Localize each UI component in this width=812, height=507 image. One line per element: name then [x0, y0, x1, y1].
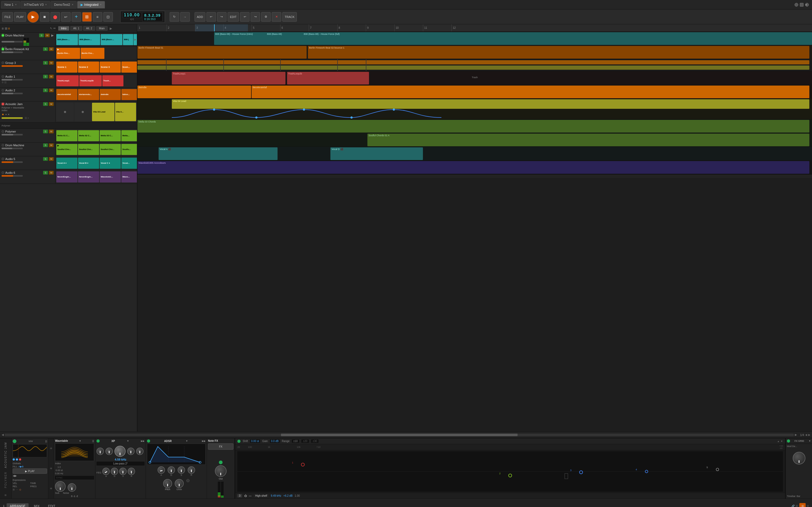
clip-2-0[interactable]: Scene 1: [56, 61, 78, 73]
loop-button[interactable]: ↩: [61, 12, 70, 22]
link-icon[interactable]: 🔗: [792, 505, 795, 507]
scene-tab-main[interactable]: Main: [96, 26, 108, 31]
adsr-r-knob[interactable]: [188, 466, 195, 474]
play-arrow[interactable]: ◀▶: [13, 474, 47, 477]
eq-band-power[interactable]: ⏻: [244, 494, 247, 497]
gain-knob[interactable]: [136, 448, 144, 455]
scrollbar-thumb[interactable]: [281, 434, 517, 436]
clip-1-1[interactable]: Berlin Fire...: [81, 48, 104, 59]
track-led-5[interactable]: [2, 103, 4, 105]
zoom-in[interactable]: ◀: [805, 433, 807, 436]
fx-button[interactable]: FX: [208, 443, 234, 450]
info-icon[interactable]: ℹ: [3, 504, 4, 507]
track-solo-7[interactable]: S: [43, 144, 48, 147]
arr-clip-1-0[interactable]: Berlin Firework Beat 01: [138, 46, 307, 59]
track-fader-4[interactable]: [2, 93, 23, 94]
arr-clip-9-0[interactable]: Wavoloid1955 Acccolours: [138, 161, 809, 174]
band-num[interactable]: 3: [237, 494, 242, 498]
track-led-1[interactable]: [2, 48, 4, 50]
fxgrid-menu[interactable]: ▼: [809, 440, 811, 442]
close-button[interactable]: ✕: [272, 12, 281, 22]
scene-tab-alt1[interactable]: Alt. 1: [70, 26, 82, 31]
scroll-left[interactable]: ◀: [2, 433, 4, 437]
eq-power[interactable]: [237, 440, 241, 443]
track-solo-3[interactable]: S: [43, 75, 48, 78]
clip-3-0[interactable]: TrashLoop1: [56, 75, 79, 87]
out-knob[interactable]: [215, 465, 226, 477]
view-toggle[interactable]: ≡: [2, 26, 4, 31]
arr-clip-7-0[interactable]: Soulful Chords 01 A: [367, 133, 809, 146]
track-button[interactable]: TRACK: [282, 12, 297, 22]
fxgrid-power[interactable]: [787, 439, 790, 443]
track-solo-6[interactable]: S: [43, 130, 48, 133]
track-led-2[interactable]: [2, 61, 4, 64]
shelf-type[interactable]: High-shelf: [254, 494, 269, 498]
adsr-a-knob[interactable]: [158, 466, 165, 474]
eq-graph[interactable]: 1 2 3 4 5: [237, 451, 783, 492]
add-device-button[interactable]: ADD: [195, 12, 205, 22]
eq-range-10[interactable]: ±10: [292, 439, 300, 443]
track-eq-icon-5[interactable]: ≡: [28, 117, 29, 119]
mod-node-1[interactable]: [16, 458, 18, 460]
clip-2-2[interactable]: Scene 3: [100, 61, 121, 73]
track-mute-5[interactable]: M: [49, 102, 54, 106]
chain-icon[interactable]: ⛓: [796, 505, 798, 507]
clip-empty-5-0[interactable]: [56, 103, 74, 121]
track-mute-0[interactable]: M: [45, 34, 50, 37]
pitch-knob[interactable]: [163, 479, 172, 488]
arr-clip-3-1[interactable]: TrashLoop2b: [287, 72, 369, 84]
track-remove-5[interactable]: ×: [8, 113, 9, 116]
feg-r-knob[interactable]: [128, 468, 135, 475]
track-solo-0[interactable]: S: [39, 34, 44, 37]
zoom-out[interactable]: ▶: [808, 433, 810, 436]
out-led[interactable]: [219, 460, 222, 464]
eq-range-30[interactable]: ±30: [311, 439, 319, 443]
arr-clip-0-1[interactable]: 808 (Bass-08): [266, 32, 300, 45]
eq-range-20[interactable]: ±20: [301, 439, 309, 443]
clip-7-3[interactable]: Soulfu...: [121, 144, 137, 155]
cursor-tool[interactable]: ↖: [50, 27, 52, 30]
track-star-5[interactable]: ★: [2, 113, 4, 116]
track-mute-3[interactable]: M: [49, 75, 54, 78]
clip-3-1[interactable]: TrashLoop2b: [79, 75, 102, 87]
arr-clip-4-0[interactable]: dwindle: [138, 86, 251, 98]
mod-node-0[interactable]: [13, 458, 15, 460]
wavetable-bars[interactable]: |||: [92, 440, 94, 442]
track-mute-4[interactable]: M: [49, 89, 54, 92]
session-view-button[interactable]: ⊞: [82, 12, 92, 22]
track-chain-3[interactable]: ⛓: [4, 81, 7, 84]
tab-close-new1[interactable]: ×: [15, 3, 17, 6]
scrollbar-track[interactable]: [5, 434, 794, 436]
clip-7-1[interactable]: Soulful Cho...: [78, 144, 99, 155]
arr-clip-5-0[interactable]: Vita 04 Lead: [172, 99, 809, 109]
track-details-3[interactable]: ⚙: [2, 81, 4, 84]
clip-8-0[interactable]: Vocal A ♦: [56, 158, 78, 169]
track-add-5[interactable]: +: [5, 113, 7, 116]
track-mute-2[interactable]: M: [49, 61, 54, 65]
arr-clip-3-0[interactable]: TrashLoop1: [172, 72, 286, 84]
clip-9-0[interactable]: NeverEngin...: [56, 171, 78, 182]
xp-menu[interactable]: ▼: [127, 440, 129, 442]
file-button[interactable]: FILE: [2, 12, 13, 22]
clip-9-2[interactable]: Wavoloid1...: [100, 171, 121, 182]
add-btn-bottom[interactable]: +: [50, 486, 52, 491]
track-mute-8[interactable]: M: [49, 157, 54, 161]
pencil-tool[interactable]: ✏: [53, 27, 56, 30]
track-scroll-0[interactable]: ▶: [134, 38, 136, 41]
clip-5-1[interactable]: Vita 0...: [115, 103, 136, 121]
track-mute-1[interactable]: M: [49, 47, 54, 51]
track-volume-5[interactable]: [2, 117, 23, 119]
tab-demotest2[interactable]: DemoTest2 ×: [51, 1, 77, 8]
tab-close-integrated[interactable]: ×: [100, 3, 101, 6]
arrange-tab[interactable]: ARRANGE: [7, 503, 29, 507]
track-chain-icon-5[interactable]: ⛓: [24, 117, 27, 119]
list-view[interactable]: ≡: [8, 27, 10, 31]
adsr-menu[interactable]: ▼: [186, 440, 188, 442]
resonance-knob[interactable]: [105, 448, 113, 455]
redo-button[interactable]: ↪: [217, 12, 226, 22]
mix-tab[interactable]: MIX: [31, 503, 43, 507]
scene-tab-alt2[interactable]: Alt. 2: [83, 26, 95, 31]
play-button[interactable]: PLAY: [14, 12, 26, 22]
track-led-4[interactable]: [2, 89, 4, 92]
clip-6-1[interactable]: Mella 02 C...: [78, 130, 99, 141]
